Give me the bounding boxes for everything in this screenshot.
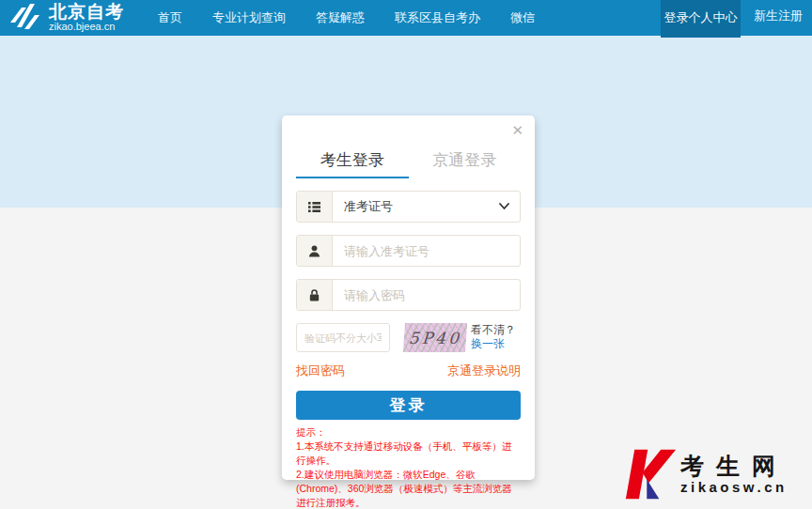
helper-links-row: 找回密码 京通登录说明 [296, 362, 521, 379]
captcha-refresh-link[interactable]: 换一张 [471, 337, 516, 351]
captcha-image[interactable]: 5P40 [403, 323, 467, 352]
top-navbar: 北京自考 zikao.bjeea.cn 首页 专业计划查询 答疑解惑 联系区县自… [0, 0, 812, 36]
login-personal-center-button[interactable]: 登录个人中心 [661, 0, 741, 38]
nav-right: 登录个人中心 新生注册 [661, 0, 812, 38]
login-tips: 提示： 1.本系统不支持通过移动设备（手机、平板等）进行操作。 2.建议使用电脑… [296, 425, 521, 509]
nav-item-home[interactable]: 首页 [148, 0, 193, 36]
tips-line-2: 2.建议使用电脑浏览器：微软Edge、谷歌(Chrome)、360浏览器（极速模… [296, 468, 521, 509]
nav-item-faq[interactable]: 答疑解惑 [305, 0, 375, 36]
username-input[interactable] [333, 236, 521, 266]
captcha-row: 5P40 看不清？ 换一张 [296, 323, 521, 352]
captcha-help: 看不清？ 换一张 [471, 323, 516, 352]
brand-title: 北京自考 [49, 3, 124, 22]
nav-item-major-plan-query[interactable]: 专业计划查询 [202, 0, 296, 36]
brand-subtitle: zikao.bjeea.cn [49, 22, 124, 33]
jingtong-login-help-link[interactable]: 京通登录说明 [447, 362, 521, 379]
tips-title: 提示： [296, 425, 521, 440]
lock-icon [297, 280, 333, 310]
login-modal: ✕ 考生登录 京通登录 准考证号 [282, 116, 535, 480]
password-field-row [296, 279, 521, 311]
list-icon [297, 192, 333, 222]
brand-logo[interactable]: 北京自考 zikao.bjeea.cn [8, 3, 124, 33]
close-icon[interactable]: ✕ [511, 123, 523, 137]
forgot-password-link[interactable]: 找回密码 [296, 362, 345, 379]
brand-text: 北京自考 zikao.bjeea.cn [49, 3, 124, 32]
login-button[interactable]: 登录 [296, 391, 521, 420]
zikaosw-cn-label: 考生网 [680, 454, 788, 480]
account-type-selected-value: 准考证号 [333, 198, 520, 215]
password-input[interactable] [333, 280, 521, 310]
nav-menu: 首页 专业计划查询 答疑解惑 联系区县自考办 微信 [143, 0, 550, 36]
nav-item-wechat[interactable]: 微信 [500, 0, 545, 36]
login-tabs: 考生登录 京通登录 [296, 147, 521, 178]
nav-item-contact-district-office[interactable]: 联系区县自考办 [384, 0, 491, 36]
new-student-register-link[interactable]: 新生注册 [741, 0, 812, 34]
captcha-input[interactable] [296, 323, 390, 352]
tab-jingtong-login[interactable]: 京通登录 [409, 147, 522, 178]
user-icon [297, 236, 333, 266]
account-type-select-control[interactable]: 准考证号 [333, 192, 520, 222]
username-field-row [296, 235, 521, 267]
zikaosw-text: 考生网 zikaosw.cn [680, 454, 788, 496]
zikaosw-watermark: 考生网 zikaosw.cn [624, 447, 803, 501]
tips-line-1: 1.本系统不支持通过移动设备（手机、平板等）进行操作。 [296, 440, 521, 468]
account-type-select[interactable]: 准考证号 [296, 191, 521, 223]
captcha-unclear-label: 看不清？ [471, 323, 516, 337]
brand-swirl-icon [8, 3, 43, 33]
zikaosw-domain-label: zikaosw.cn [680, 479, 788, 495]
tab-examinee-login[interactable]: 考生登录 [296, 147, 409, 178]
chevron-down-icon [499, 203, 509, 210]
zikaosw-k-icon [624, 449, 677, 500]
